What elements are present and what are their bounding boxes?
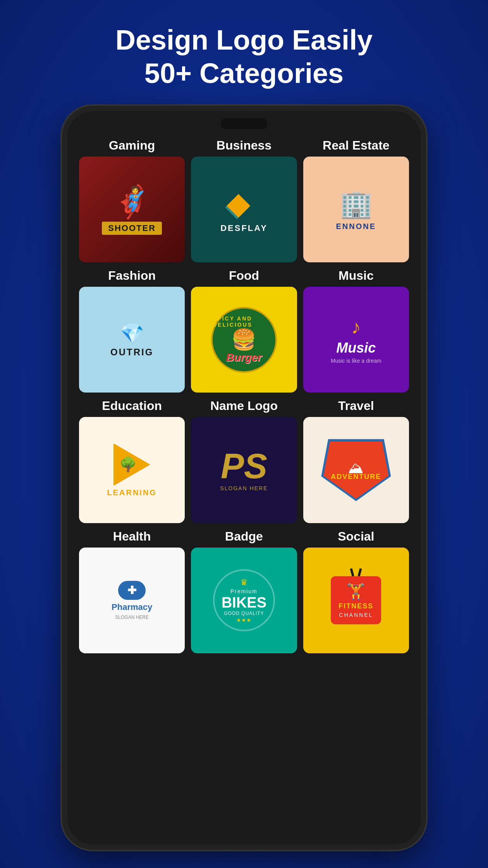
category-health-image: ✚ Pharmacy SLOGAN HERE xyxy=(79,548,185,653)
category-travel-image: ⛰ ADVENTURE xyxy=(303,417,409,523)
category-music[interactable]: Music ♪ Music Music is like a dream xyxy=(303,269,409,393)
education-play-icon: 🌳 xyxy=(111,443,153,486)
categories-grid: Gaming 🦸 SHOOTER Business DESFLAY Real E… xyxy=(79,138,409,653)
business-diamond-icon xyxy=(227,185,261,220)
food-top-text: SPICY AND DELICIOUS xyxy=(213,315,275,328)
social-fitness-text: FITNESS xyxy=(339,602,373,610)
category-social[interactable]: Social 🏋 FITNESS CHANNEL xyxy=(303,529,409,653)
food-name-text: Burger xyxy=(226,351,262,364)
gaming-badge-text: SHOOTER xyxy=(102,222,162,235)
power-button xyxy=(422,235,426,274)
category-music-image: ♪ Music Music is like a dream xyxy=(303,287,409,393)
business-name-text: DESFLAY xyxy=(220,223,268,233)
category-namelogo-label: Name Logo xyxy=(210,399,278,413)
category-fashion-label: Fashion xyxy=(108,269,156,283)
namelogo-slogan-text: SLOGAN HERE xyxy=(220,485,268,491)
health-slogan-text: SLOGAN HERE xyxy=(115,615,149,620)
category-namelogo[interactable]: Name Logo PS SLOGAN HERE xyxy=(191,399,297,523)
namelogo-initials-text: PS xyxy=(221,449,267,484)
volume-down-button xyxy=(62,293,66,328)
travel-shield: ⛰ ADVENTURE xyxy=(321,439,391,501)
category-gaming[interactable]: Gaming 🦸 SHOOTER xyxy=(79,138,185,262)
health-cross-icon: ✚ xyxy=(127,584,136,597)
category-realestate-label: Real Estate xyxy=(323,138,390,153)
travel-name-text: ADVENTURE xyxy=(331,473,381,481)
gaming-character-icon: 🦸 xyxy=(113,184,151,220)
category-business-image: DESFLAY xyxy=(191,157,297,262)
category-badge[interactable]: Badge ♛ Premium BIKES GOOD QUALITY ★★★ xyxy=(191,529,297,653)
fashion-diamond-icon: 💎 xyxy=(120,322,144,344)
category-food-label: Food xyxy=(229,269,259,283)
health-name-text: Pharmacy xyxy=(112,602,152,612)
badge-premium-text: Premium xyxy=(230,588,258,594)
volume-up-button xyxy=(62,251,66,286)
category-travel[interactable]: Travel ⛰ ADVENTURE xyxy=(303,399,409,523)
social-tv-frame: 🏋 FITNESS CHANNEL xyxy=(331,576,381,624)
app-headline: Design Logo Easily 50+ Categories xyxy=(115,23,373,90)
food-circle-badge: SPICY AND DELICIOUS 🍔 Burger xyxy=(211,307,277,373)
category-food[interactable]: Food SPICY AND DELICIOUS 🍔 Burger xyxy=(191,269,297,393)
badge-bikes-text: BIKES xyxy=(222,595,266,610)
category-gaming-image: 🦸 SHOOTER xyxy=(79,157,185,262)
education-name-text: LEARNING xyxy=(107,488,156,497)
phone-screen: Gaming 🦸 SHOOTER Business DESFLAY Real E… xyxy=(67,111,421,844)
category-business[interactable]: Business DESFLAY xyxy=(191,138,297,262)
category-health-label: Health xyxy=(113,529,151,544)
music-note-icon: ♪ xyxy=(351,316,361,338)
badge-circle: ♛ Premium BIKES GOOD QUALITY ★★★ xyxy=(213,569,275,631)
category-social-label: Social xyxy=(338,529,374,544)
category-health[interactable]: Health ✚ Pharmacy SLOGAN HERE xyxy=(79,529,185,653)
category-namelogo-image: PS SLOGAN HERE xyxy=(191,417,297,523)
category-fashion[interactable]: Fashion 💎 OUTRIG xyxy=(79,269,185,393)
category-realestate[interactable]: Real Estate 🏢 ENNONE xyxy=(303,138,409,262)
category-social-image: 🏋 FITNESS CHANNEL xyxy=(303,548,409,653)
category-travel-label: Travel xyxy=(338,399,374,413)
burger-icon: 🍔 xyxy=(231,328,256,351)
social-channel-text: CHANNEL xyxy=(339,612,373,618)
crown-icon: ♛ xyxy=(240,577,248,587)
mute-button xyxy=(62,208,66,231)
barbell-icon: 🏋 xyxy=(346,582,366,601)
category-realestate-image: 🏢 ENNONE xyxy=(303,157,409,262)
category-education-label: Education xyxy=(102,399,162,413)
fashion-name-text: OUTRIG xyxy=(110,347,153,358)
health-rx-badge: ✚ xyxy=(118,581,146,600)
headline-line1: Design Logo Easily xyxy=(115,23,373,57)
category-food-image: SPICY AND DELICIOUS 🍔 Burger xyxy=(191,287,297,393)
category-education-image: 🌳 LEARNING xyxy=(79,417,185,523)
category-gaming-label: Gaming xyxy=(109,138,155,153)
realestate-name-text: ENNONE xyxy=(336,222,376,231)
category-badge-image: ♛ Premium BIKES GOOD QUALITY ★★★ xyxy=(191,548,297,653)
phone-mockup: Gaming 🦸 SHOOTER Business DESFLAY Real E… xyxy=(62,106,426,850)
headline-line2: 50+ Categories xyxy=(115,57,373,90)
tree-icon: 🌳 xyxy=(119,456,137,473)
category-badge-label: Badge xyxy=(225,529,263,544)
realestate-buildings-icon: 🏢 xyxy=(339,188,373,220)
badge-stars: ★★★ xyxy=(236,617,251,623)
category-music-label: Music xyxy=(339,269,374,283)
category-fashion-image: 💎 OUTRIG xyxy=(79,287,185,393)
category-business-label: Business xyxy=(217,138,271,153)
music-sub-text: Music is like a dream xyxy=(331,358,381,364)
category-education[interactable]: Education 🌳 LEARNING xyxy=(79,399,185,523)
music-title-text: Music xyxy=(336,340,376,356)
badge-quality-text: GOOD QUALITY xyxy=(224,611,264,616)
